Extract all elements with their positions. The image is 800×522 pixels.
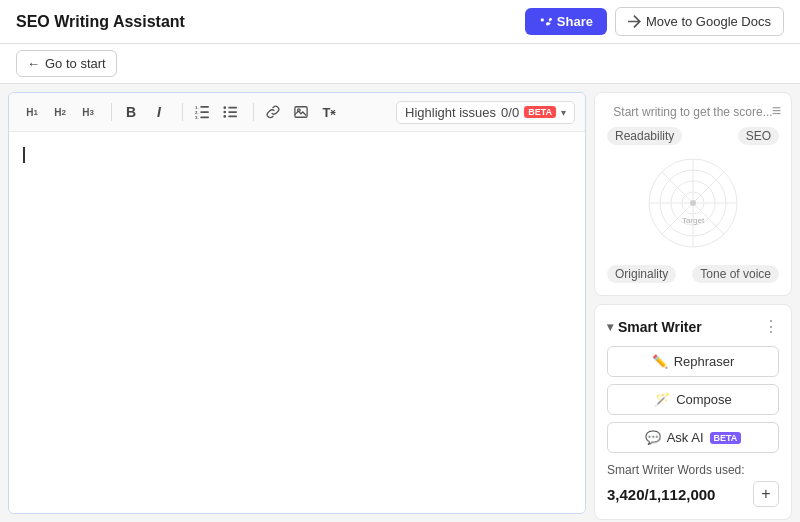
divider-1	[111, 103, 112, 121]
divider-2	[182, 103, 183, 121]
score-card: ≡ Start writing to get the score... Read…	[594, 92, 792, 296]
image-icon	[294, 105, 308, 119]
svg-text:Target: Target	[682, 216, 705, 225]
ordered-list-button[interactable]: 1.2.3.	[189, 99, 215, 125]
go-to-start-label: Go to start	[45, 56, 106, 71]
svg-point-10	[223, 115, 226, 118]
arrow-left-icon: ←	[27, 56, 40, 71]
italic-button[interactable]: I	[146, 99, 172, 125]
h1-button[interactable]: H1	[19, 99, 45, 125]
unordered-list-button[interactable]	[217, 99, 243, 125]
svg-text:2.: 2.	[195, 110, 199, 115]
readability-label: Readability	[607, 127, 682, 145]
ask-ai-icon: 💬	[645, 430, 661, 445]
ask-ai-button[interactable]: 💬 Ask AI beta	[607, 422, 779, 453]
rephraser-button[interactable]: ✏️ Rephraser	[607, 346, 779, 377]
highlight-issues-label: Highlight issues	[405, 105, 496, 120]
highlight-count: 0/0	[501, 105, 519, 120]
ordered-list-icon: 1.2.3.	[195, 105, 209, 119]
add-words-button[interactable]: +	[753, 481, 779, 507]
go-to-start-button[interactable]: ← Go to start	[16, 50, 117, 77]
svg-point-22	[690, 200, 696, 206]
app-title: SEO Writing Assistant	[16, 13, 185, 31]
format-group: B I	[118, 99, 172, 125]
clear-format-button[interactable]: Tx	[316, 99, 342, 125]
image-button[interactable]	[288, 99, 314, 125]
insert-group: Tx	[260, 99, 342, 125]
svg-rect-11	[228, 116, 237, 118]
words-count-row: 3,420/1,112,000 +	[607, 481, 779, 507]
seo-label: SEO	[738, 127, 779, 145]
score-labels-top: Readability SEO	[607, 127, 779, 145]
rephraser-label: Rephraser	[674, 354, 735, 369]
sub-header: ← Go to start	[0, 44, 800, 84]
unordered-list-icon	[223, 105, 237, 119]
arrow-icon	[628, 15, 641, 28]
right-panel: ≡ Start writing to get the score... Read…	[590, 84, 800, 522]
main-layout: H1 H2 H3 B I 1.2.3.	[0, 84, 800, 522]
smart-writer-title-text: Smart Writer	[618, 319, 702, 335]
list-group: 1.2.3.	[189, 99, 243, 125]
editor-content[interactable]	[9, 132, 585, 513]
header-actions: Share Move to Google Docs	[525, 7, 784, 36]
divider-3	[253, 103, 254, 121]
google-docs-button[interactable]: Move to Google Docs	[615, 7, 784, 36]
h2-button[interactable]: H2	[47, 99, 73, 125]
text-cursor	[23, 147, 25, 163]
h3-button[interactable]: H3	[75, 99, 101, 125]
editor-panel: H1 H2 H3 B I 1.2.3.	[8, 92, 586, 514]
svg-rect-0	[200, 106, 209, 108]
bold-button[interactable]: B	[118, 99, 144, 125]
tone-of-voice-label: Tone of voice	[692, 265, 779, 283]
svg-rect-9	[228, 111, 237, 113]
score-card-menu-icon[interactable]: ≡	[772, 103, 781, 119]
heading-group: H1 H2 H3	[19, 99, 101, 125]
expand-icon[interactable]: ▾	[607, 320, 613, 334]
editor-toolbar: H1 H2 H3 B I 1.2.3.	[9, 93, 585, 132]
link-button[interactable]	[260, 99, 286, 125]
share-label: Share	[557, 14, 593, 29]
smart-writer-card: ▾ Smart Writer ⋮ ✏️ Rephraser 🪄 Compose …	[594, 304, 792, 520]
ask-ai-label: Ask AI	[667, 430, 704, 445]
compose-button[interactable]: 🪄 Compose	[607, 384, 779, 415]
svg-point-8	[223, 111, 226, 114]
ask-ai-badge: beta	[710, 432, 742, 444]
smart-writer-menu-icon[interactable]: ⋮	[763, 317, 779, 336]
compose-icon: 🪄	[654, 392, 670, 407]
link-icon	[266, 105, 280, 119]
chevron-down-icon: ▾	[561, 107, 566, 118]
rephraser-icon: ✏️	[652, 354, 668, 369]
google-docs-label: Move to Google Docs	[646, 14, 771, 29]
smart-writer-title: ▾ Smart Writer	[607, 319, 702, 335]
svg-rect-7	[228, 107, 237, 109]
originality-label: Originality	[607, 265, 676, 283]
share-button[interactable]: Share	[525, 8, 607, 35]
smart-writer-header: ▾ Smart Writer ⋮	[607, 317, 779, 336]
svg-point-6	[223, 106, 226, 109]
words-used-section: Smart Writer Words used: 3,420/1,112,000…	[607, 463, 779, 507]
compose-label: Compose	[676, 392, 732, 407]
svg-rect-1	[200, 111, 209, 113]
beta-badge: beta	[524, 106, 556, 118]
words-count: 3,420/1,112,000	[607, 486, 715, 503]
spider-chart: Target	[628, 151, 758, 261]
svg-rect-2	[200, 116, 209, 118]
svg-text:1.: 1.	[195, 105, 199, 110]
svg-text:3.: 3.	[195, 115, 199, 119]
score-labels-bottom: Originality Tone of voice	[607, 265, 779, 283]
words-used-label: Smart Writer Words used:	[607, 463, 779, 477]
share-icon	[539, 15, 552, 28]
header: SEO Writing Assistant Share Move to Goog…	[0, 0, 800, 44]
highlight-issues-dropdown[interactable]: Highlight issues 0/0 beta ▾	[396, 101, 575, 124]
start-writing-text: Start writing to get the score...	[613, 105, 772, 119]
